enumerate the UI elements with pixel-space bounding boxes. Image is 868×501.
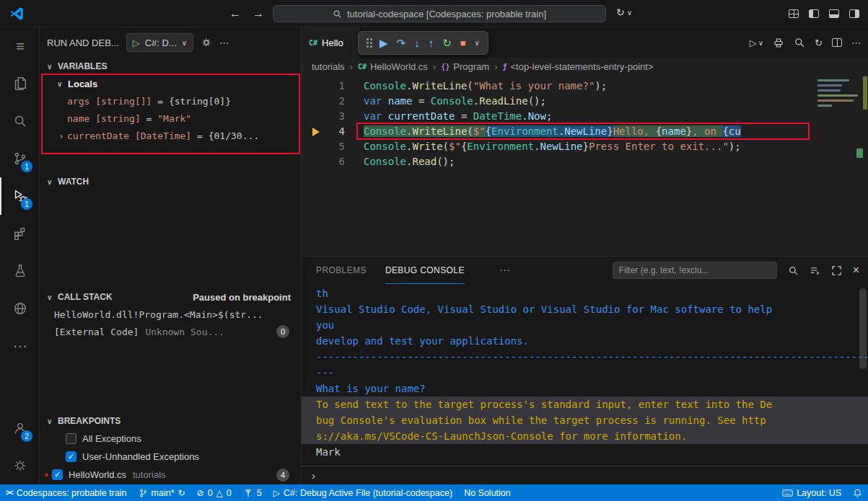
more-views-button[interactable]: ⋯ bbox=[0, 327, 39, 365]
chevron-down-icon: ∨ bbox=[47, 417, 54, 425]
sync-dropdown[interactable]: ↻∨ bbox=[616, 6, 632, 18]
line-number: 5 bbox=[320, 139, 345, 154]
code-line[interactable]: 1Console.WriteLine("What is your name?")… bbox=[302, 79, 868, 94]
gear-icon bbox=[12, 458, 28, 474]
continue-button[interactable]: ▶ bbox=[380, 37, 388, 50]
variables-header[interactable]: ∨ VARIABLES bbox=[40, 58, 301, 75]
testing-tab[interactable] bbox=[0, 252, 39, 290]
split-editor-icon[interactable] bbox=[832, 38, 842, 47]
ports-status[interactable]: 5 bbox=[237, 484, 268, 501]
checkbox[interactable]: ✓ bbox=[66, 451, 76, 462]
callstack-header[interactable]: ∨ CALL STACK Paused on breakpoint bbox=[40, 288, 301, 306]
minimap[interactable] bbox=[813, 76, 868, 256]
search-tab[interactable] bbox=[0, 102, 39, 140]
explorer-tab[interactable] bbox=[0, 65, 39, 102]
watch-header[interactable]: ∨ WATCH bbox=[40, 173, 301, 190]
breadcrumb-item[interactable]: {}Program bbox=[441, 61, 489, 72]
frame-badge: 0 bbox=[276, 325, 289, 338]
accounts-button[interactable]: 2 bbox=[0, 409, 39, 447]
gutter[interactable] bbox=[302, 109, 320, 124]
code-line[interactable]: 4Console.WriteLine($"{Environment.NewLin… bbox=[302, 124, 868, 139]
callstack-frame[interactable]: [External Code]Unknown Sou...0 bbox=[40, 323, 301, 340]
step-over-button[interactable]: ↷ bbox=[397, 37, 406, 50]
start-debug-icon[interactable]: ▷ bbox=[133, 37, 140, 48]
search-editor-icon[interactable] bbox=[794, 37, 805, 48]
console-input-row[interactable]: › bbox=[302, 466, 868, 484]
notifications-bell[interactable] bbox=[847, 484, 868, 501]
gear-icon[interactable] bbox=[201, 37, 212, 48]
command-center-search[interactable]: tutorial-codespace [Codespaces: probable… bbox=[273, 5, 606, 22]
panel-tab-debug-console[interactable]: DEBUG CONSOLE bbox=[385, 257, 465, 284]
maximize-panel-icon[interactable] bbox=[831, 265, 842, 276]
toggle-sidebar-icon[interactable] bbox=[809, 9, 819, 18]
step-into-button[interactable]: ↓ bbox=[414, 37, 420, 49]
breakpoint-row[interactable]: All Exceptions bbox=[40, 430, 301, 448]
code-line[interactable]: 2var name = Console.ReadLine(); bbox=[302, 94, 868, 109]
problems-status[interactable]: ⊘0 △0 bbox=[191, 484, 237, 501]
debug-session-dropdown[interactable]: ∨ bbox=[475, 39, 480, 47]
expand-chevron-icon: › bbox=[58, 130, 67, 141]
code-line[interactable]: 3var currentDate = DateTime.Now; bbox=[302, 109, 868, 124]
stop-button[interactable]: ■ bbox=[460, 37, 466, 48]
code-text: Console.WriteLine($"{Environment.NewLine… bbox=[364, 124, 741, 139]
variable-row[interactable]: ›currentDate [DateTime] = {01/30... bbox=[40, 127, 301, 144]
debug-console[interactable]: thVisual Studio Code, Visual Studio or V… bbox=[302, 284, 868, 466]
solution-status[interactable]: No Solution bbox=[458, 484, 517, 501]
close-panel-icon[interactable]: × bbox=[853, 264, 859, 277]
remote-explorer-tab[interactable] bbox=[0, 290, 39, 327]
settings-button[interactable] bbox=[0, 447, 39, 484]
find-icon[interactable] bbox=[788, 265, 799, 276]
run-and-debug-tab[interactable]: 1 bbox=[0, 177, 39, 215]
code-editor[interactable]: 1Console.WriteLine("What is your name?")… bbox=[302, 75, 868, 256]
view-more-actions[interactable]: ⋯ bbox=[219, 37, 229, 48]
checkbox[interactable] bbox=[66, 433, 76, 444]
extensions-tab[interactable] bbox=[0, 215, 39, 252]
variable-row[interactable]: args [string[]] = {string[0]} bbox=[40, 92, 301, 110]
activity-bar: ≡ 1 1 ⋯ 2 bbox=[0, 27, 40, 484]
breadcrumb-item[interactable]: tutorials bbox=[312, 61, 345, 72]
callstack-frame[interactable]: HelloWorld.dll!Program.<Main>$(str... bbox=[40, 306, 301, 323]
source-control-tab[interactable]: 1 bbox=[0, 140, 39, 177]
step-out-button[interactable]: ↑ bbox=[429, 37, 434, 49]
debug-status[interactable]: ▷ C#: Debug Active File (tutorial-codesp… bbox=[268, 484, 458, 501]
code-line[interactable]: 6Console.Read(); bbox=[302, 154, 868, 169]
gutter[interactable] bbox=[302, 79, 320, 94]
line-number: 3 bbox=[320, 109, 345, 124]
console-filter-input[interactable] bbox=[613, 262, 777, 279]
breadcrumb-item[interactable]: C#HelloWorld.cs bbox=[358, 61, 428, 72]
breakpoint-row[interactable]: ●✓HelloWorld.cstutorials4 bbox=[40, 466, 301, 484]
editor-tab-helloworld[interactable]: C# Hello bbox=[302, 27, 359, 58]
customize-layout-icon[interactable] bbox=[789, 9, 799, 18]
breadcrumb-item[interactable]: ƒ<top-level-statements-entry-point> bbox=[502, 61, 653, 72]
variable-row[interactable]: name [string] = "Mark" bbox=[40, 110, 301, 127]
menu-button[interactable]: ≡ bbox=[0, 27, 39, 65]
panel-tab-problems[interactable]: PROBLEMS bbox=[316, 257, 367, 284]
keyboard-layout-status[interactable]: Layout: US bbox=[776, 484, 847, 501]
git-branch-status[interactable]: main* ↻ bbox=[133, 484, 191, 501]
run-button[interactable]: ▷∨ bbox=[750, 37, 763, 48]
breakpoint-row[interactable]: ✓User-Unhandled Exceptions bbox=[40, 448, 301, 466]
gutter[interactable] bbox=[302, 124, 320, 139]
print-icon[interactable] bbox=[773, 37, 784, 48]
more-actions-icon[interactable]: ⋯ bbox=[851, 37, 861, 48]
breakpoints-header[interactable]: ∨ BREAKPOINTS bbox=[40, 412, 301, 430]
forward-button[interactable]: → bbox=[253, 7, 264, 20]
checkbox[interactable]: ✓ bbox=[52, 469, 63, 480]
toggle-secondary-sidebar-icon[interactable] bbox=[849, 9, 859, 18]
console-scrollbar[interactable] bbox=[859, 288, 867, 369]
gutter[interactable] bbox=[302, 94, 320, 109]
back-button[interactable]: ← bbox=[229, 7, 241, 20]
drag-handle[interactable] bbox=[367, 38, 372, 48]
panel-more-tabs[interactable]: ⋯ bbox=[499, 264, 510, 277]
gutter[interactable] bbox=[302, 154, 320, 169]
console-line: develop and test your applications. bbox=[302, 333, 868, 349]
clear-console-icon[interactable] bbox=[810, 265, 820, 276]
remote-indicator[interactable]: >< Codespaces: probable train bbox=[0, 484, 133, 501]
debug-config-dropdown[interactable]: ▷ C#: D... ∨ bbox=[126, 33, 193, 52]
locals-scope[interactable]: ∨ Locals bbox=[40, 75, 301, 92]
refresh-icon[interactable]: ↻ bbox=[815, 37, 823, 48]
toggle-panel-icon[interactable] bbox=[829, 9, 839, 18]
code-line[interactable]: 5Console.Write($"{Environment.NewLine}Pr… bbox=[302, 139, 868, 154]
gutter[interactable] bbox=[302, 139, 320, 154]
restart-button[interactable]: ↻ bbox=[442, 37, 452, 50]
